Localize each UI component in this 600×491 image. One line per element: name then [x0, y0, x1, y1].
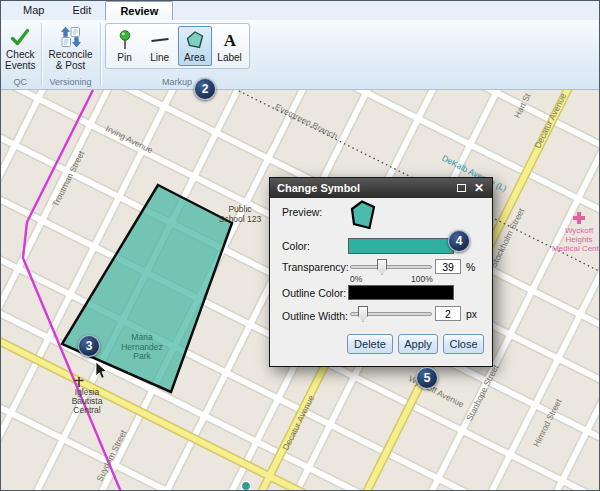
transparency-slider-thumb[interactable] [377, 259, 387, 275]
tab-map[interactable]: Map [9, 1, 58, 20]
maximize-icon[interactable] [457, 184, 466, 192]
area-polygon-icon [184, 29, 206, 51]
svg-text:A: A [223, 31, 236, 50]
reconcile-post-button[interactable]: Reconcile & Post [46, 22, 96, 72]
transparency-value-input[interactable] [435, 259, 461, 274]
poi-school-line2: School 123 [219, 214, 262, 224]
symbol-preview [346, 198, 380, 232]
label-button[interactable]: A Label [213, 26, 247, 66]
poi-hospital-line2: Heights [565, 235, 592, 244]
line-icon [149, 29, 171, 51]
outline-width-slider-thumb[interactable] [358, 306, 368, 322]
color-label: Color: [282, 240, 310, 252]
dialog-titlebar[interactable]: Change Symbol ✕ [270, 178, 492, 198]
pin-button[interactable]: Pin [108, 26, 142, 66]
outline-color-swatch-button[interactable] [348, 285, 454, 300]
delete-button[interactable]: Delete [347, 334, 393, 354]
dialog-title: Change Symbol [277, 182, 360, 194]
reconcile-sync-icon [60, 26, 82, 48]
outline-width-unit-label: px [466, 308, 477, 320]
tab-edit[interactable]: Edit [58, 1, 105, 20]
ribbon-divider [41, 23, 42, 86]
ribbon-divider [100, 23, 101, 86]
check-icon [9, 26, 31, 48]
app-window: Map Edit Review Check Events QC [0, 0, 600, 491]
poi-hospital-line1: Wyckoff [565, 226, 594, 235]
transparency-min-label: 0% [350, 274, 362, 284]
callout-badge-3: 3 [78, 335, 100, 357]
callout-badge-2: 2 [194, 78, 216, 100]
ribbon-group-qc: Check Events QC [1, 20, 40, 89]
close-icon[interactable]: ✕ [474, 178, 484, 198]
label-a-icon: A [219, 29, 241, 51]
line-button[interactable]: Line [143, 26, 177, 66]
outline-color-label: Outline Color: [282, 287, 346, 299]
transparency-unit-label: % [466, 261, 475, 273]
close-button[interactable]: Close [443, 334, 484, 354]
outline-width-value-input[interactable] [435, 306, 461, 321]
transparency-max-label: 100% [411, 274, 433, 284]
change-symbol-dialog: Change Symbol ✕ Preview: Color: Transpar… [269, 177, 493, 367]
tab-review[interactable]: Review [105, 1, 173, 20]
transparency-slider-track[interactable] [350, 265, 432, 269]
station-marker-icon [242, 482, 251, 491]
symbol-preview-polygon [352, 202, 374, 229]
poi-school-line1: Public [228, 204, 252, 214]
outline-width-label: Outline Width: [282, 310, 348, 322]
preview-label: Preview: [282, 206, 322, 218]
group-label-versioning: Versioning [46, 76, 96, 89]
area-button[interactable]: Area [178, 26, 212, 66]
line-label: Line [150, 52, 169, 65]
label-label: Label [217, 52, 241, 65]
callout-badge-4: 4 [448, 230, 470, 252]
reconcile-post-label: Reconcile & Post [49, 50, 93, 71]
group-label-markup: Markup [105, 76, 250, 89]
ribbon-group-markup: Pin Line Area [102, 20, 253, 89]
callout-badge-5: 5 [416, 367, 438, 389]
poi-hospital-line3: Medical Center [552, 244, 600, 253]
ribbon: Check Events QC [1, 20, 600, 90]
color-swatch-button[interactable] [348, 238, 454, 254]
check-events-button[interactable]: Check Events [4, 22, 37, 72]
pin-label: Pin [117, 52, 131, 65]
area-label: Area [184, 52, 205, 65]
poi-park-line1: Maria [131, 332, 153, 342]
poi-church-line3: Central [73, 405, 101, 415]
check-events-label: Check Events [5, 50, 36, 71]
transparency-label: Transparency: [282, 261, 349, 273]
ribbon-group-versioning: Reconcile & Post Versioning [43, 20, 99, 89]
apply-button[interactable]: Apply [398, 334, 438, 354]
dialog-body: Preview: Color: Transparency: 0% 100% % … [270, 198, 492, 367]
markup-button-box: Pin Line Area [105, 23, 250, 69]
group-label-qc: QC [4, 76, 37, 89]
ribbon-tab-bar: Map Edit Review [1, 1, 600, 20]
pin-icon [114, 29, 136, 51]
poi-park-line3: Park [133, 351, 151, 361]
